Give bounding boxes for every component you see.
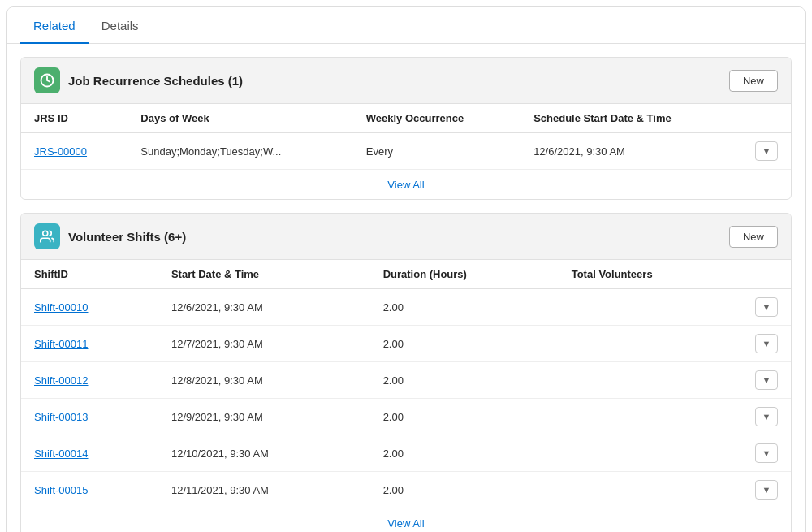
table-row: Shift-0001212/8/2021, 9:30 AM2.00▼ (21, 362, 791, 399)
jrs-row1-action: ▼ (742, 133, 791, 170)
vol-row3-col0: Shift-00013 (21, 399, 158, 435)
vol-shift-link-3[interactable]: Shift-00013 (34, 411, 89, 423)
vol-row5-col0: Shift-00015 (21, 472, 158, 508)
jrs-row1-id: JRS-00000 (21, 133, 127, 170)
table-row: JRS-00000 Sunday;Monday;Tuesday;W... Eve… (21, 133, 791, 170)
vol-row1-col1: 12/7/2021, 9:30 AM (158, 326, 370, 362)
vol-row0-col0: Shift-00010 (21, 289, 158, 326)
vol-row0-col1: 12/6/2021, 9:30 AM (158, 289, 370, 326)
vol-shift-link-2[interactable]: Shift-00012 (34, 374, 89, 387)
vol-row3-action: ▼ (742, 399, 791, 435)
jrs-col-occurrence: Weekly Occurrence (353, 104, 520, 133)
jrs-col-action (742, 104, 791, 133)
volunteer-view-all-link[interactable]: View All (387, 517, 424, 530)
vol-col-duration: Duration (Hours) (370, 260, 559, 289)
jrs-view-all-link[interactable]: View All (387, 179, 424, 191)
table-row: Shift-0001012/6/2021, 9:30 AM2.00▼ (21, 289, 791, 326)
volunteer-view-all-row: View All (21, 508, 791, 532)
jrs-table-header-row: JRS ID Days of Week Weekly Occurrence Sc… (21, 104, 791, 133)
vol-row4-col3 (559, 435, 742, 472)
vol-shift-link-1[interactable]: Shift-00011 (34, 338, 89, 350)
table-row: Shift-0001512/11/2021, 9:30 AM2.00▼ (21, 472, 791, 508)
vol-row0-dropdown[interactable]: ▼ (755, 297, 778, 317)
jrs-id-link[interactable]: JRS-00000 (34, 145, 87, 158)
vol-row5-col3 (559, 472, 742, 508)
jrs-row1-occurrence: Every (353, 133, 520, 170)
vol-row2-col3 (559, 362, 742, 399)
tabs-bar: Related Details (7, 7, 805, 44)
jrs-new-button[interactable]: New (729, 70, 778, 92)
vol-row2-action: ▼ (742, 362, 791, 399)
vol-row5-col2: 2.00 (370, 472, 559, 508)
vol-row2-col2: 2.00 (370, 362, 559, 399)
section-volunteer-header-left: Volunteer Shifts (6+) (34, 223, 186, 249)
vol-row5-dropdown[interactable]: ▼ (755, 480, 778, 500)
vol-row1-action: ▼ (742, 326, 791, 362)
tab-details[interactable]: Details (89, 7, 152, 44)
table-row: Shift-0001412/10/2021, 9:30 AM2.00▼ (21, 435, 791, 472)
section-volunteer: Volunteer Shifts (6+) New ShiftID Start … (20, 213, 792, 532)
vol-row0-action: ▼ (742, 289, 791, 326)
vol-row1-dropdown[interactable]: ▼ (755, 334, 778, 353)
vol-row2-dropdown[interactable]: ▼ (755, 370, 778, 390)
vol-col-action (742, 260, 791, 289)
vol-shift-link-5[interactable]: Shift-00015 (34, 484, 89, 496)
page-container: Related Details Job Recurrence Schedules… (6, 6, 806, 532)
vol-row1-col3 (559, 326, 742, 362)
vol-row5-action: ▼ (742, 472, 791, 508)
table-row: Shift-0001312/9/2021, 9:30 AM2.00▼ (21, 399, 791, 435)
volunteer-table-header-row: ShiftID Start Date & Time Duration (Hour… (21, 260, 791, 289)
svg-point-1 (43, 231, 48, 236)
volunteer-icon (34, 223, 60, 249)
vol-row1-col0: Shift-00011 (21, 326, 158, 362)
jrs-col-days: Days of Week (127, 104, 352, 133)
vol-row4-col0: Shift-00014 (21, 435, 158, 472)
vol-row5-col1: 12/11/2021, 9:30 AM (158, 472, 370, 508)
vol-col-start: Start Date & Time (158, 260, 370, 289)
volunteer-title: Volunteer Shifts (6+) (68, 230, 186, 244)
section-jrs-header: Job Recurrence Schedules (1) New (21, 58, 791, 104)
section-volunteer-header: Volunteer Shifts (6+) New (21, 214, 791, 260)
jrs-row1-start: 12/6/2021, 9:30 AM (520, 133, 742, 170)
jrs-col-id: JRS ID (21, 104, 127, 133)
tab-related[interactable]: Related (20, 7, 89, 44)
vol-row3-dropdown[interactable]: ▼ (755, 407, 778, 426)
volunteer-table: ShiftID Start Date & Time Duration (Hour… (21, 260, 791, 508)
vol-row1-col2: 2.00 (370, 326, 559, 362)
jrs-title: Job Recurrence Schedules (1) (68, 74, 243, 88)
vol-row2-col0: Shift-00012 (21, 362, 158, 399)
vol-row4-dropdown[interactable]: ▼ (755, 443, 778, 463)
jrs-col-start: Schedule Start Date & Time (520, 104, 742, 133)
vol-row0-col3 (559, 289, 742, 326)
vol-row0-col2: 2.00 (370, 289, 559, 326)
volunteer-new-button[interactable]: New (729, 226, 778, 248)
vol-row4-col1: 12/10/2021, 9:30 AM (158, 435, 370, 472)
jrs-icon (34, 67, 60, 93)
vol-shift-link-0[interactable]: Shift-00010 (34, 301, 89, 314)
vol-row4-col2: 2.00 (370, 435, 559, 472)
vol-col-total: Total Volunteers (559, 260, 742, 289)
jrs-view-all-row: View All (21, 169, 791, 199)
jrs-table: JRS ID Days of Week Weekly Occurrence Sc… (21, 104, 791, 169)
jrs-row1-dropdown[interactable]: ▼ (755, 141, 778, 161)
vol-col-shiftid: ShiftID (21, 260, 158, 289)
table-row: Shift-0001112/7/2021, 9:30 AM2.00▼ (21, 326, 791, 362)
section-jrs-header-left: Job Recurrence Schedules (1) (34, 67, 243, 93)
vol-row2-col1: 12/8/2021, 9:30 AM (158, 362, 370, 399)
section-jrs: Job Recurrence Schedules (1) New JRS ID … (20, 57, 792, 200)
vol-row3-col1: 12/9/2021, 9:30 AM (158, 399, 370, 435)
jrs-row1-days: Sunday;Monday;Tuesday;W... (127, 133, 352, 170)
vol-shift-link-4[interactable]: Shift-00014 (34, 448, 89, 460)
vol-row3-col2: 2.00 (370, 399, 559, 435)
vol-row3-col3 (559, 399, 742, 435)
vol-row4-action: ▼ (742, 435, 791, 472)
